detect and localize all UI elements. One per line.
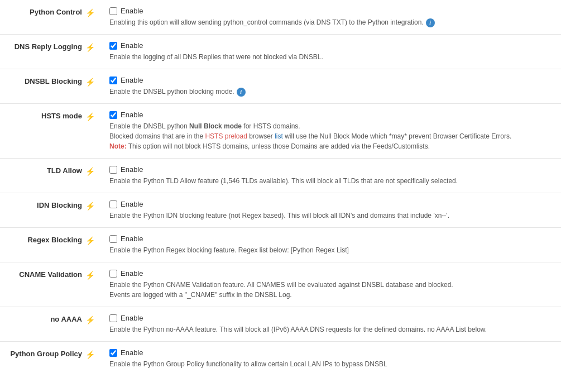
label-text-hsts-mode: HSTS mode (41, 112, 82, 120)
description-python-control: Enabling this option will allow sending … (109, 17, 552, 27)
lightning-icon-python-group-policy: ⚡ (85, 350, 95, 359)
lightning-icon-tld-allow: ⚡ (85, 167, 95, 176)
enable-label-dns-reply-logging: Enable (121, 41, 143, 50)
enable-row-idn-blocking: Enable (109, 200, 552, 208)
lightning-icon-no-aaaa: ⚡ (85, 315, 95, 324)
enable-label-python-group-policy: Enable (121, 348, 143, 357)
content-cell-dnsbl-blocking: EnableEnable the DNSBL python blocking m… (100, 69, 561, 103)
checkbox-python-group-policy[interactable] (109, 349, 117, 357)
settings-row-dns-reply-logging: DNS Reply Logging⚡EnableEnable the loggi… (0, 35, 561, 69)
label-text-dnsbl-blocking: DNSBL Blocking (25, 77, 82, 85)
checkbox-no-aaaa[interactable] (109, 314, 117, 322)
label-cell-tld-allow: TLD Allow⚡ (0, 159, 100, 193)
label-cell-cname-validation: CNAME Validation⚡ (0, 262, 100, 307)
enable-row-tld-allow: Enable (109, 165, 552, 174)
label-cell-hsts-mode: HSTS mode⚡ (0, 104, 100, 158)
label-cell-dnsbl-blocking: DNSBL Blocking⚡ (0, 69, 100, 103)
settings-row-tld-allow: TLD Allow⚡EnableEnable the Python TLD Al… (0, 159, 561, 193)
content-cell-dns-reply-logging: EnableEnable the logging of all DNS Repl… (100, 35, 561, 69)
link-blue[interactable]: list (275, 132, 283, 140)
description-regex-blocking: Enable the Python Regex blocking feature… (109, 245, 552, 255)
content-cell-python-control: EnableEnabling this option will allow se… (100, 0, 561, 34)
description-hsts-mode: Enable the DNSBL python Null Block mode … (109, 121, 552, 151)
checkbox-tld-allow[interactable] (109, 166, 117, 174)
enable-row-python-group-policy: Enable (109, 348, 552, 357)
label-text-dns-reply-logging: DNS Reply Logging (15, 42, 82, 51)
enable-row-dns-reply-logging: Enable (109, 41, 552, 50)
description-line: Note: This option will not block HSTS do… (109, 141, 552, 151)
label-text-regex-blocking: Regex Blocking (27, 236, 82, 244)
checkbox-regex-blocking[interactable] (109, 235, 117, 243)
description-no-aaaa: Enable the Python no-AAAA feature. This … (109, 324, 552, 334)
checkbox-idn-blocking[interactable] (109, 200, 117, 208)
description-idn-blocking: Enable the Python IDN blocking feature (… (109, 211, 552, 221)
enable-row-regex-blocking: Enable (109, 235, 552, 243)
settings-row-regex-blocking: Regex Blocking⚡EnableEnable the Python R… (0, 228, 561, 262)
bold-text: Null Block mode (189, 122, 242, 130)
content-cell-tld-allow: EnableEnable the Python TLD Allow featur… (100, 159, 561, 193)
enable-label-cname-validation: Enable (121, 269, 143, 278)
description-line: Enable the Python CNAME Validation featu… (109, 280, 552, 290)
content-cell-python-group-policy: EnableEnable the Python Group Policy fun… (100, 342, 561, 376)
enable-row-no-aaaa: Enable (109, 314, 552, 322)
description-line: Blocked domains that are in the HSTS pre… (109, 131, 552, 141)
label-text-python-control: Python Control (30, 8, 82, 16)
enable-label-idn-blocking: Enable (121, 200, 143, 208)
description-tld-allow: Enable the Python TLD Allow feature (1,5… (109, 176, 552, 186)
label-cell-python-group-policy: Python Group Policy⚡ (0, 342, 100, 376)
lightning-icon-python-control: ⚡ (85, 8, 95, 17)
info-icon[interactable]: i (237, 88, 246, 97)
label-text-python-group-policy: Python Group Policy (10, 350, 82, 358)
lightning-icon-idn-blocking: ⚡ (85, 202, 95, 211)
label-text-idn-blocking: IDN Blocking (37, 201, 82, 209)
lightning-icon-dns-reply-logging: ⚡ (85, 43, 95, 52)
description-cname-validation: Enable the Python CNAME Validation featu… (109, 280, 552, 300)
settings-row-python-group-policy: Python Group Policy⚡EnableEnable the Pyt… (0, 342, 561, 376)
content-cell-cname-validation: EnableEnable the Python CNAME Validation… (100, 262, 561, 307)
lightning-icon-hsts-mode: ⚡ (85, 112, 95, 121)
checkbox-dnsbl-blocking[interactable] (109, 77, 117, 84)
settings-row-dnsbl-blocking: DNSBL Blocking⚡EnableEnable the DNSBL py… (0, 69, 561, 104)
enable-label-regex-blocking: Enable (121, 235, 143, 243)
lightning-icon-cname-validation: ⚡ (85, 271, 95, 280)
enable-row-dnsbl-blocking: Enable (109, 76, 552, 84)
enable-row-cname-validation: Enable (109, 269, 552, 278)
description-line: Enable the DNSBL python Null Block mode … (109, 121, 552, 131)
label-cell-python-control: Python Control⚡ (0, 0, 100, 34)
description-line: Events are logged with a "_CNAME" suffix… (109, 290, 552, 300)
description-dns-reply-logging: Enable the logging of all DNS Replies th… (109, 52, 552, 62)
enable-label-no-aaaa: Enable (121, 314, 143, 322)
enable-label-dnsbl-blocking: Enable (121, 76, 143, 84)
settings-container: Python Control⚡EnableEnabling this optio… (0, 0, 561, 376)
label-text-cname-validation: CNAME Validation (19, 270, 82, 279)
settings-row-python-control: Python Control⚡EnableEnabling this optio… (0, 0, 561, 35)
checkbox-cname-validation[interactable] (109, 270, 117, 278)
enable-label-hsts-mode: Enable (121, 111, 143, 119)
label-cell-regex-blocking: Regex Blocking⚡ (0, 228, 100, 262)
label-cell-idn-blocking: IDN Blocking⚡ (0, 193, 100, 227)
enable-label-tld-allow: Enable (121, 165, 143, 174)
description-python-group-policy: Enable the Python Group Policy functiona… (109, 359, 552, 369)
content-cell-no-aaaa: EnableEnable the Python no-AAAA feature.… (100, 307, 561, 341)
checkbox-dns-reply-logging[interactable] (109, 42, 117, 50)
label-cell-dns-reply-logging: DNS Reply Logging⚡ (0, 35, 100, 69)
info-icon[interactable]: i (426, 18, 435, 27)
link-red[interactable]: HSTS preload (205, 132, 247, 140)
note-red: Note: (109, 142, 127, 150)
settings-row-idn-blocking: IDN Blocking⚡EnableEnable the Python IDN… (0, 193, 561, 228)
enable-row-hsts-mode: Enable (109, 111, 552, 119)
content-cell-regex-blocking: EnableEnable the Python Regex blocking f… (100, 228, 561, 262)
content-cell-hsts-mode: EnableEnable the DNSBL python Null Block… (100, 104, 561, 158)
content-cell-idn-blocking: EnableEnable the Python IDN blocking fea… (100, 193, 561, 227)
label-cell-no-aaaa: no AAAA⚡ (0, 307, 100, 341)
enable-label-python-control: Enable (121, 7, 143, 15)
settings-row-cname-validation: CNAME Validation⚡EnableEnable the Python… (0, 262, 561, 307)
description-dnsbl-blocking: Enable the DNSBL python blocking mode.i (109, 87, 552, 97)
checkbox-python-control[interactable] (109, 7, 117, 15)
label-text-no-aaaa: no AAAA (50, 315, 82, 323)
label-text-tld-allow: TLD Allow (47, 166, 82, 175)
settings-row-hsts-mode: HSTS mode⚡EnableEnable the DNSBL python … (0, 104, 561, 159)
checkbox-hsts-mode[interactable] (109, 111, 117, 119)
settings-row-no-aaaa: no AAAA⚡EnableEnable the Python no-AAAA … (0, 307, 561, 342)
lightning-icon-regex-blocking: ⚡ (85, 236, 95, 245)
